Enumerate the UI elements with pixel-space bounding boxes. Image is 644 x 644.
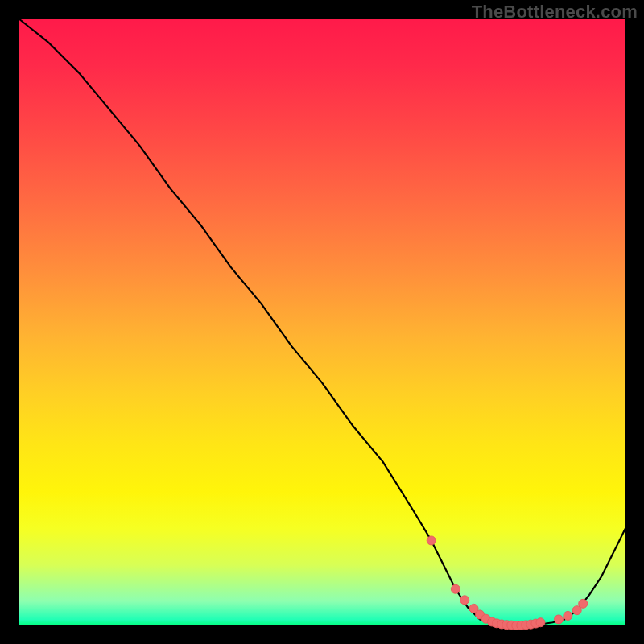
highlight-markers (427, 536, 588, 630)
marker-dot (460, 596, 469, 605)
chart-frame: TheBottleneck.com (0, 0, 644, 644)
chart-svg (19, 19, 625, 625)
marker-dot (427, 536, 436, 545)
bottleneck-curve (19, 19, 625, 625)
marker-dot (536, 618, 545, 627)
marker-dot (564, 611, 572, 620)
watermark-label: TheBottleneck.com (472, 2, 638, 23)
chart-plot-area (19, 19, 625, 625)
marker-dot (579, 599, 588, 608)
marker-dot (451, 584, 460, 593)
marker-dot (555, 615, 564, 624)
